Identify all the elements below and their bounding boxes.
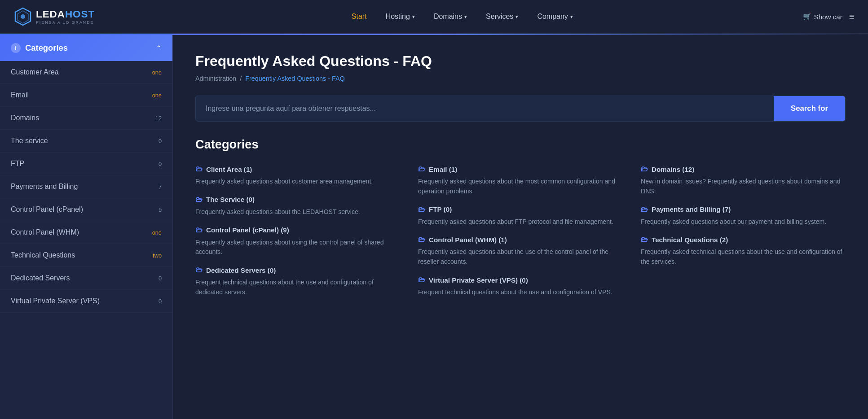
sidebar-item-label: The service	[11, 137, 48, 145]
info-icon: i	[11, 43, 21, 53]
chevron-down-icon: ▾	[570, 14, 573, 20]
sidebar-item-badge: two	[153, 252, 162, 259]
sidebar-item-label: Payments and Billing	[11, 183, 78, 191]
sidebar-item-the-service[interactable]: The service 0	[0, 130, 172, 153]
sidebar-item-ftp[interactable]: FTP 0	[0, 153, 172, 175]
sidebar-item-cpanel[interactable]: Control Panel (cPanel) 9	[0, 198, 172, 221]
category-description: New in domain issues? Frequently asked q…	[641, 177, 846, 196]
category-item-vps: 🗁 Virtual Private Server (VPS) (0) Frequ…	[418, 276, 623, 297]
nav-start[interactable]: Start	[344, 9, 374, 24]
chevron-down-icon: ▾	[516, 14, 518, 20]
sidebar-item-badge: one	[152, 92, 162, 99]
category-description: Frequently asked questions about FTP pro…	[418, 217, 623, 227]
navbar-right: 🛒 Show car ≡	[803, 11, 855, 22]
chevron-up-icon: ⌃	[156, 44, 162, 52]
category-description: Frequently asked questions about the mos…	[418, 177, 623, 196]
folder-icon: 🗁	[195, 266, 203, 274]
category-description: Frequent technical questions about the u…	[418, 288, 623, 297]
category-title[interactable]: 🗁 Virtual Private Server (VPS) (0)	[418, 276, 623, 284]
category-title[interactable]: 🗁 Domains (12)	[641, 165, 846, 173]
sidebar-item-domains[interactable]: Domains 12	[0, 107, 172, 130]
sidebar-item-label: Domains	[11, 114, 39, 122]
categories-col-1: 🗁 Email (1) Frequently asked questions a…	[418, 165, 623, 306]
chevron-down-icon: ▾	[464, 14, 467, 20]
category-title[interactable]: 🗁 Technical Questions (2)	[641, 236, 846, 244]
sidebar-item-badge: 0	[159, 161, 162, 167]
category-description: Frequently asked technical questions abo…	[641, 247, 846, 267]
sidebar-item-label: Virtual Private Server (VPS)	[11, 297, 100, 305]
sidebar-item-label: Control Panel (WHM)	[11, 228, 79, 236]
sidebar-item-label: FTP	[11, 160, 24, 168]
sidebar-item-badge: one	[152, 229, 162, 236]
folder-icon: 🗁	[195, 226, 203, 234]
category-item-email: 🗁 Email (1) Frequently asked questions a…	[418, 165, 623, 196]
logo-host: HOST	[65, 9, 95, 20]
nav-hosting[interactable]: Hosting ▾	[379, 9, 422, 24]
svg-point-2	[21, 14, 25, 19]
logo-leda: LEDA	[36, 9, 65, 20]
sidebar-item-badge: 0	[159, 298, 162, 305]
folder-icon: 🗁	[418, 276, 425, 284]
category-title[interactable]: 🗁 The Service (0)	[195, 196, 400, 204]
category-title[interactable]: 🗁 Control Panel (cPanel) (9)	[195, 226, 400, 234]
folder-icon: 🗁	[418, 236, 425, 244]
category-title[interactable]: 🗁 Control Panel (WHM) (1)	[418, 236, 623, 244]
category-title[interactable]: 🗁 Client Area (1)	[195, 165, 400, 173]
main-content: Frequently Asked Questions - FAQ Adminis…	[173, 35, 868, 419]
breadcrumb-current[interactable]: Frequently Asked Questions - FAQ	[245, 75, 345, 82]
category-item-dedicated-servers: 🗁 Dedicated Servers (0) Frequent technic…	[195, 266, 400, 297]
category-title[interactable]: 🗁 FTP (0)	[418, 205, 623, 214]
category-description: Frequently asked questions about custome…	[195, 177, 400, 187]
sidebar-items-list: Customer Area one Email one Domains 12 T…	[0, 61, 172, 313]
category-title[interactable]: 🗁 Payments and Billing (7)	[641, 205, 846, 214]
main-nav: Start Hosting ▾ Domains ▾ Services ▾ Com…	[122, 9, 802, 24]
logo-tagline: PIENSA A LO GRANDE	[36, 20, 95, 25]
category-item-client-area: 🗁 Client Area (1) Frequently asked quest…	[195, 165, 400, 187]
folder-icon: 🗁	[195, 165, 203, 173]
sidebar-item-email[interactable]: Email one	[0, 84, 172, 107]
breadcrumb-root: Administration	[195, 75, 236, 82]
nav-services[interactable]: Services ▾	[479, 9, 525, 24]
categories-col-0: 🗁 Client Area (1) Frequently asked quest…	[195, 165, 400, 306]
sidebar-header[interactable]: i Categories ⌃	[0, 35, 172, 61]
nav-company[interactable]: Company ▾	[530, 9, 580, 24]
folder-icon: 🗁	[195, 196, 203, 204]
hamburger-menu[interactable]: ≡	[849, 11, 855, 22]
sidebar-title: i Categories	[11, 43, 68, 53]
search-bar: Search for	[195, 96, 846, 122]
category-item-cpanel: 🗁 Control Panel (cPanel) (9) Frequently …	[195, 226, 400, 258]
category-description: Frequently asked questions about our pay…	[641, 217, 846, 227]
folder-icon: 🗁	[418, 205, 425, 214]
sidebar-item-vps[interactable]: Virtual Private Server (VPS) 0	[0, 290, 172, 313]
category-description: Frequently asked questions about the LED…	[195, 207, 400, 217]
sidebar-item-label: Email	[11, 91, 29, 99]
breadcrumb-separator: /	[240, 75, 242, 82]
sidebar-item-badge: 9	[159, 206, 162, 213]
category-item-the-service: 🗁 The Service (0) Frequently asked quest…	[195, 196, 400, 217]
sidebar-item-badge: 0	[159, 275, 162, 282]
sidebar-item-badge: one	[152, 69, 162, 76]
categories-grid: 🗁 Client Area (1) Frequently asked quest…	[195, 165, 846, 306]
show-cart-button[interactable]: 🛒 Show car	[803, 13, 842, 21]
folder-icon: 🗁	[641, 236, 648, 244]
page-layout: i Categories ⌃ Customer Area one Email o…	[0, 35, 868, 419]
sidebar-item-customer-area[interactable]: Customer Area one	[0, 61, 172, 84]
navbar: LEDAHOST PIENSA A LO GRANDE Start Hostin…	[0, 0, 868, 34]
logo-icon	[13, 7, 32, 26]
category-item-technical-questions: 🗁 Technical Questions (2) Frequently ask…	[641, 236, 846, 267]
category-title[interactable]: 🗁 Email (1)	[418, 165, 623, 173]
search-button[interactable]: Search for	[774, 96, 845, 121]
sidebar-item-badge: 0	[159, 138, 162, 144]
logo[interactable]: LEDAHOST PIENSA A LO GRANDE	[13, 7, 95, 26]
sidebar-item-dedicated-servers[interactable]: Dedicated Servers 0	[0, 267, 172, 290]
sidebar-item-payments-billing[interactable]: Payments and Billing 7	[0, 175, 172, 198]
search-input[interactable]	[196, 96, 774, 121]
chevron-down-icon: ▾	[412, 14, 415, 20]
sidebar-item-whm[interactable]: Control Panel (WHM) one	[0, 221, 172, 244]
sidebar-item-technical-questions[interactable]: Technical Questions two	[0, 244, 172, 267]
nav-domains[interactable]: Domains ▾	[427, 9, 474, 24]
category-title[interactable]: 🗁 Dedicated Servers (0)	[195, 266, 400, 274]
sidebar: i Categories ⌃ Customer Area one Email o…	[0, 35, 173, 419]
category-description: Frequently asked questions about the use…	[418, 247, 623, 267]
category-item-ftp: 🗁 FTP (0) Frequently asked questions abo…	[418, 205, 623, 227]
